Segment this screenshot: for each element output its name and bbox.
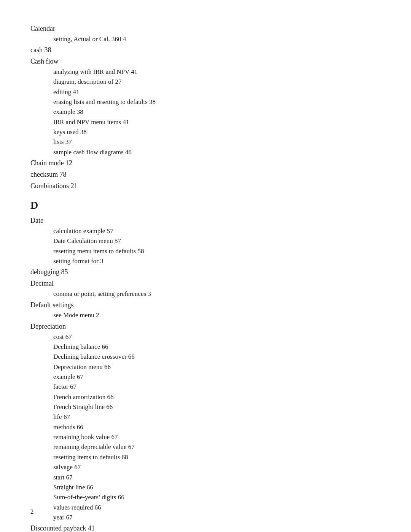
- sub-entry: Declining balance 66: [30, 342, 381, 352]
- sub-entry: salvage 67: [30, 462, 381, 472]
- sub-entry: remaining book value 67: [30, 432, 381, 442]
- top-level-entry: Calendar: [30, 24, 381, 34]
- sub-entry: resetting items to defaults 68: [30, 452, 381, 462]
- sub-entry: methods 66: [30, 422, 381, 432]
- sub-entry: cost 67: [30, 332, 381, 342]
- sub-entry: resetting menu items to defaults 58: [30, 246, 381, 256]
- sub-entry: analyzing with IRR and NPV 41: [30, 67, 381, 77]
- sub-entry: keys used 38: [30, 127, 381, 137]
- top-level-entry: Depreciation: [30, 321, 381, 332]
- sub-entry: Date Calculation menu 57: [30, 236, 381, 246]
- sub-entry: diagram, description of 27: [30, 77, 381, 87]
- page-number: 2: [30, 508, 34, 515]
- top-level-entry: Decimal: [30, 278, 381, 289]
- top-level-entry: Combinations 21: [30, 181, 381, 192]
- sub-entry: values required 66: [30, 503, 381, 513]
- sub-entry: life 67: [30, 412, 381, 422]
- page-footer: 2: [30, 507, 34, 517]
- sub-entry: year 67: [30, 513, 381, 522]
- index-content: Calendarsetting, Actual or Cal. 360 4cas…: [30, 24, 381, 532]
- sub-entry: example 38: [30, 107, 381, 117]
- top-level-entry: checksum 78: [30, 169, 381, 180]
- sub-entry: factor 67: [30, 382, 381, 392]
- top-level-entry: Date: [30, 216, 381, 226]
- sub-entry: Depreciation menu 66: [30, 362, 381, 372]
- top-level-entry: Cash flow: [30, 56, 381, 67]
- sub-entry: example 67: [30, 372, 381, 382]
- sub-entry: IRR and NPV menu items 41: [30, 117, 381, 127]
- top-level-entry: Default settings: [30, 300, 381, 311]
- sub-entry: sample cash flow diagrams 46: [30, 147, 381, 157]
- top-level-entry: Chain mode 12: [30, 158, 381, 169]
- sub-entry: Straight line 66: [30, 482, 381, 492]
- sub-entry: Sum-of-the-years’ digits 66: [30, 492, 381, 502]
- sub-entry: setting format for 3: [30, 256, 381, 266]
- sub-entry: calculation example 57: [30, 226, 381, 236]
- sub-entry: setting, Actual or Cal. 360 4: [30, 34, 381, 44]
- sub-entry: French Straight line 66: [30, 402, 381, 412]
- sub-entry: Declining balance crossover 66: [30, 352, 381, 362]
- top-level-entry: cash 38: [30, 45, 381, 56]
- sub-entry: lists 37: [30, 137, 381, 147]
- top-level-entry: debugging 85: [30, 267, 381, 278]
- sub-entry: comma or point, setting preferences 3: [30, 289, 381, 299]
- sub-entry: start 67: [30, 473, 381, 482]
- sub-entry: remaining depreciable value 67: [30, 442, 381, 452]
- sub-entry: editing 41: [30, 87, 381, 97]
- top-level-entry: Discounted payback 41: [30, 523, 381, 532]
- sub-entry: French amortization 66: [30, 392, 381, 402]
- sub-entry: erasing lists and resetting to defaults …: [30, 97, 381, 107]
- sub-entry: see Mode menu 2: [30, 310, 381, 320]
- section-letter-d: D: [30, 197, 381, 213]
